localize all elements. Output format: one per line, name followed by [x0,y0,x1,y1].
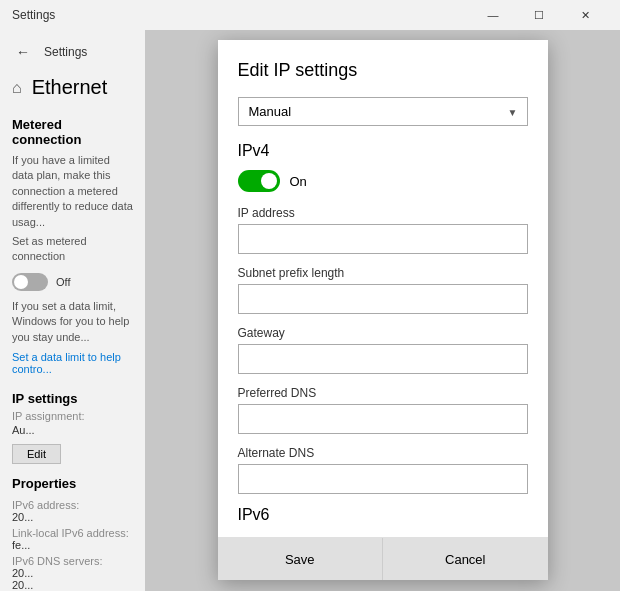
cancel-button[interactable]: Cancel [382,538,548,580]
prop-ipv6-dns-label: IPv6 DNS servers: [12,555,133,567]
nav-header: ← Settings [0,38,145,66]
main-content: ← Settings ⌂ Ethernet Metered connection… [0,30,620,591]
prop-link-ipv6-value: fe... [12,539,133,551]
metered-toggle-label: Off [56,276,70,288]
ip-settings-section: IP settings IP assignment: Au... [0,379,145,440]
subnet-group: Subnet prefix length [238,266,528,314]
preferred-dns-group: Preferred DNS [238,386,528,434]
prop-ipv6-dns: IPv6 DNS servers: 20...20... [12,555,133,591]
ipv4-toggle-row: On [238,170,528,192]
metered-toggle[interactable] [12,273,48,291]
titlebar-controls: — ☐ ✕ [470,0,608,30]
home-icon: ⌂ [12,79,22,97]
modal-title: Edit IP settings [238,60,528,81]
modal-footer: Save Cancel [218,537,548,580]
metered-toggle-row: Off [0,267,145,297]
titlebar-title: Settings [12,8,55,22]
ipv4-toggle[interactable] [238,170,280,192]
prop-ipv6-value: 20... [12,511,133,523]
ip-assignment-value: Au... [12,424,133,436]
ipv4-section-label: IPv4 [238,142,528,160]
dropdown-wrapper: Automatic (DHCP) Manual ▼ [238,97,528,126]
ip-address-label: IP address [238,206,528,220]
data-limit-link[interactable]: Set a data limit to help contro... [0,347,145,379]
ip-mode-dropdown[interactable]: Automatic (DHCP) Manual [238,97,528,126]
save-button[interactable]: Save [218,538,383,580]
preferred-dns-label: Preferred DNS [238,386,528,400]
ip-address-input[interactable] [238,224,528,254]
right-panel: Edit IP settings Automatic (DHCP) Manual… [145,30,620,591]
maximize-button[interactable]: ☐ [516,0,562,30]
modal-overlay: Edit IP settings Automatic (DHCP) Manual… [145,30,620,591]
ip-edit-button[interactable]: Edit [12,444,61,464]
gateway-label: Gateway [238,326,528,340]
edit-ip-modal: Edit IP settings Automatic (DHCP) Manual… [218,40,548,580]
sidebar: ← Settings ⌂ Ethernet Metered connection… [0,30,145,591]
back-button[interactable]: ← [12,42,34,62]
prop-ipv6-dns-value: 20...20... [12,567,133,591]
page-title: Ethernet [32,76,108,99]
ipv4-toggle-label: On [290,174,307,189]
ip-settings-heading: IP settings [12,387,133,410]
properties-heading: Properties [0,468,145,495]
titlebar-left: Settings [12,8,55,22]
prop-link-local-ipv6: Link-local IPv6 address: fe... [12,527,133,551]
ip-assignment-label: IP assignment: [12,410,133,422]
set-metered-label: Set as metered connection [0,232,145,267]
ip-address-group: IP address [238,206,528,254]
close-button[interactable]: ✕ [562,0,608,30]
ipv6-section-label: IPv6 [238,506,528,524]
preferred-dns-input[interactable] [238,404,528,434]
subnet-label: Subnet prefix length [238,266,528,280]
minimize-button[interactable]: — [470,0,516,30]
nav-title: Settings [44,45,87,59]
alternate-dns-group: Alternate DNS [238,446,528,494]
alternate-dns-input[interactable] [238,464,528,494]
gateway-group: Gateway [238,326,528,374]
data-limit-description: If you set a data limit, Windows for you… [0,297,145,347]
gateway-input[interactable] [238,344,528,374]
alternate-dns-label: Alternate DNS [238,446,528,460]
metered-heading: Metered connection [0,109,145,151]
prop-link-ipv6-label: Link-local IPv6 address: [12,527,133,539]
titlebar: Settings — ☐ ✕ [0,0,620,30]
prop-ipv6: IPv6 address: 20... [12,499,133,523]
page-title-section: ⌂ Ethernet [0,70,145,109]
metered-description: If you have a limited data plan, make th… [0,151,145,232]
subnet-input[interactable] [238,284,528,314]
modal-body: Edit IP settings Automatic (DHCP) Manual… [218,40,548,529]
prop-ipv6-label: IPv6 address: [12,499,133,511]
properties-section: IPv6 address: 20... Link-local IPv6 addr… [0,495,145,591]
dropdown-container: Automatic (DHCP) Manual ▼ [238,97,528,126]
